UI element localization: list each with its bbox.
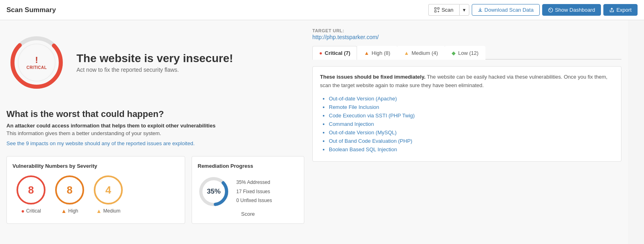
worst-section: What is the worst that could happen? An …: [6, 109, 304, 146]
remediation-stats: 35% Addressed 17 Fixed Issues 0 Unfixed …: [236, 178, 272, 205]
gauge-subtext: Act now to fix the reported security fla…: [76, 67, 233, 73]
remediation-score: Score: [198, 211, 298, 217]
high-tab-icon: ▲: [364, 50, 369, 56]
scan-caret-button[interactable]: ▾: [459, 4, 469, 16]
medium-tab-icon: ▲: [404, 50, 409, 56]
issues-description: These issues should be fixed immediately…: [320, 73, 614, 90]
export-icon: [609, 8, 614, 13]
scan-icon: [434, 7, 440, 13]
vuln-card-title: Vulnerability Numbers by Severity: [12, 163, 179, 169]
right-panel: TARGET URL: http://php.testsparker.com/ …: [312, 28, 621, 236]
high-label: ▲ High: [61, 208, 78, 214]
severity-medium: 4 ▲ Medium: [94, 175, 123, 214]
svg-rect-0: [435, 8, 436, 9]
tabs: ● Critical (7) ▲ High (8) ▲ Medium (4) ◆…: [312, 46, 621, 60]
list-item[interactable]: Out-of-date Version (MySQL): [329, 129, 614, 136]
gauge-center: ! CRITICAL: [27, 56, 47, 70]
tab-high[interactable]: ▲ High (8): [357, 46, 397, 60]
target-label: TARGET URL:: [312, 28, 621, 33]
scan-button-group: Scan ▾: [428, 4, 469, 16]
worst-sub: This information gives them a better und…: [6, 130, 304, 136]
worst-bold: An attacker could access information tha…: [6, 123, 304, 129]
worst-heading: What is the worst that could happen?: [6, 109, 304, 119]
main-content: ! CRITICAL The website is very insecure!…: [0, 20, 628, 244]
svg-rect-1: [438, 8, 439, 9]
circle-critical: 8: [17, 175, 45, 204]
list-item[interactable]: Code Execution via SSTI (PHP Twig): [329, 113, 614, 119]
list-item[interactable]: Out of Band Code Evaluation (PHP): [329, 138, 614, 144]
gauge-text: The website is very insecure! Act now to…: [76, 52, 233, 73]
issues-panel: These issues should be fixed immediately…: [312, 66, 621, 162]
tab-medium[interactable]: ▲ Medium (4): [397, 46, 445, 60]
issues-list: Out-of-date Version (Apache) Remote File…: [320, 96, 614, 152]
critical-dot-icon: ●: [21, 208, 24, 214]
worst-link[interactable]: See the 9 impacts on my website should a…: [6, 140, 195, 146]
dashboard-icon: [548, 8, 553, 13]
gauge-container: ! CRITICAL: [6, 32, 67, 93]
gauge-section: ! CRITICAL The website is very insecure!…: [6, 28, 304, 97]
severity-circles: 8 ● Critical 8 ▲ High 4: [12, 175, 179, 214]
low-tab-icon: ◆: [452, 50, 456, 56]
donut-container: 35%: [198, 175, 230, 208]
medium-dot-icon: ▲: [96, 208, 102, 214]
cards-row: Vulnerability Numbers by Severity 8 ● Cr…: [6, 156, 304, 224]
high-dot-icon: ▲: [61, 208, 67, 214]
left-panel: ! CRITICAL The website is very insecure!…: [6, 28, 312, 236]
gauge-level-label: CRITICAL: [27, 65, 47, 70]
critical-label: ● Critical: [21, 208, 41, 214]
header: Scan Summary Scan ▾ Download Scan Data S…: [0, 0, 644, 20]
critical-tab-icon: ●: [319, 50, 322, 56]
list-item[interactable]: Boolean Based SQL Injection: [329, 146, 614, 152]
download-button[interactable]: Download Scan Data: [472, 4, 540, 16]
severity-critical: 8 ● Critical: [17, 175, 45, 214]
remediation-card: Remediation Progress 35% 35% Addressed 1…: [192, 156, 304, 224]
list-item[interactable]: Command Injection: [329, 121, 614, 127]
medium-label: ▲ Medium: [96, 208, 121, 214]
gauge-heading: The website is very insecure!: [76, 52, 233, 65]
list-item[interactable]: Out-of-date Version (Apache): [329, 96, 614, 102]
target-url[interactable]: http://php.testsparker.com/: [312, 34, 621, 40]
download-icon: [478, 8, 483, 13]
scan-button[interactable]: Scan: [428, 4, 459, 16]
issues-desc-bold: These issues should be fixed immediately…: [320, 74, 425, 80]
circle-high: 8: [55, 175, 84, 204]
donut-center: 35%: [207, 188, 221, 196]
gauge-exclaim: !: [35, 56, 38, 65]
circle-medium: 4: [94, 175, 123, 204]
tab-low[interactable]: ◆ Low (12): [445, 46, 485, 60]
header-actions: Scan ▾ Download Scan Data Show Dashboard…: [428, 4, 638, 16]
list-item[interactable]: Remote File Inclusion: [329, 104, 614, 110]
tab-critical[interactable]: ● Critical (7): [312, 46, 357, 60]
severity-high: 8 ▲ High: [55, 175, 84, 214]
remediation-title: Remediation Progress: [198, 163, 298, 169]
svg-rect-2: [435, 10, 436, 12]
remediation-body: 35% 35% Addressed 17 Fixed Issues 0 Unfi…: [198, 175, 298, 208]
dashboard-button[interactable]: Show Dashboard: [542, 4, 601, 16]
vuln-card: Vulnerability Numbers by Severity 8 ● Cr…: [6, 156, 185, 224]
page-title: Scan Summary: [6, 6, 56, 14]
export-button[interactable]: Export: [603, 4, 638, 16]
